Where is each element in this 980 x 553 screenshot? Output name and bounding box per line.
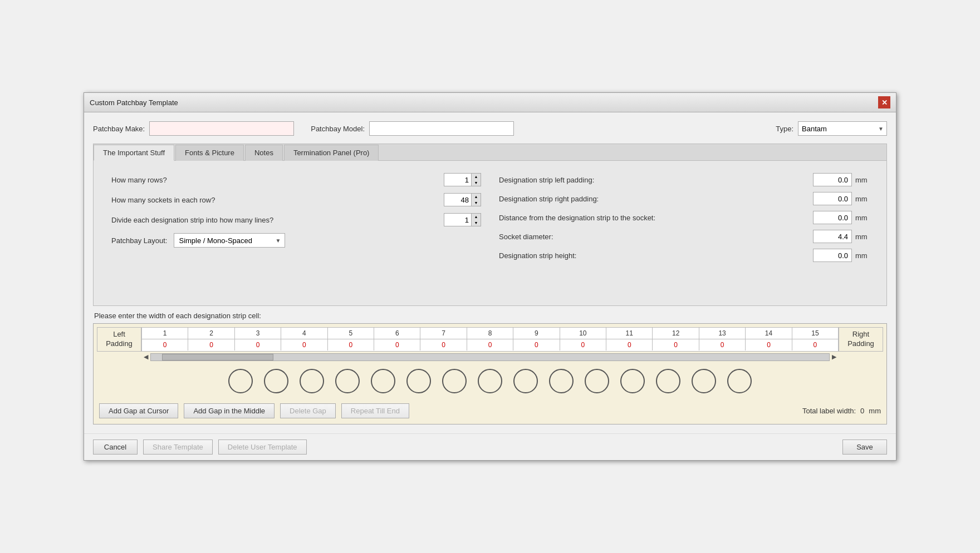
divide-spinner: ▲ ▼ bbox=[444, 213, 481, 226]
desg-left-input[interactable] bbox=[813, 173, 852, 186]
strip-height-unit: mm bbox=[855, 251, 869, 260]
desg-left-row: Designation strip left padding: mm bbox=[499, 173, 869, 186]
cell-val-1[interactable]: 0 bbox=[142, 339, 188, 350]
desg-left-unit: mm bbox=[855, 176, 869, 184]
scroll-right-arrow[interactable]: ▶ bbox=[830, 353, 839, 361]
strip-height-input[interactable] bbox=[813, 249, 852, 262]
rows-spinner: ▲ ▼ bbox=[444, 173, 481, 186]
save-button[interactable]: Save bbox=[842, 440, 887, 455]
total-label-group: Total label width: 0 mm bbox=[802, 407, 881, 415]
patchbay-model-input[interactable] bbox=[369, 121, 514, 136]
cells-numbers-row: 1 2 3 4 5 6 7 8 9 10 11 12 13 bbox=[142, 328, 838, 339]
tab-termination[interactable]: Termination Panel (Pro) bbox=[284, 145, 379, 161]
scroll-thumb[interactable] bbox=[162, 354, 273, 361]
patchbay-make-input[interactable] bbox=[149, 121, 294, 136]
divide-down-btn[interactable]: ▼ bbox=[472, 220, 481, 226]
cell-val-8[interactable]: 0 bbox=[467, 339, 513, 350]
sockets-input[interactable] bbox=[444, 193, 472, 206]
patchbay-make-label: Patchbay Make: bbox=[93, 125, 145, 133]
sockets-up-btn[interactable]: ▲ bbox=[472, 194, 481, 200]
type-group: Type: Bantam TT XLR bbox=[776, 121, 887, 136]
socket-15 bbox=[727, 369, 752, 393]
rows-up-btn[interactable]: ▲ bbox=[472, 174, 481, 180]
type-label: Type: bbox=[776, 125, 793, 133]
col-header-9: 9 bbox=[513, 328, 560, 339]
cell-val-13[interactable]: 0 bbox=[699, 339, 746, 350]
cell-val-11[interactable]: 0 bbox=[606, 339, 653, 350]
rows-spinner-btns: ▲ ▼ bbox=[472, 173, 481, 186]
cell-val-9[interactable]: 0 bbox=[513, 339, 560, 350]
cells-area: 1 2 3 4 5 6 7 8 9 10 11 12 13 bbox=[141, 327, 839, 352]
window-content: Patchbay Make: Patchbay Model: Type: Ban… bbox=[84, 112, 896, 433]
strip-height-row: Designation strip height: mm bbox=[499, 249, 869, 262]
col-header-14: 14 bbox=[746, 328, 792, 339]
scroll-left-arrow[interactable]: ◀ bbox=[141, 353, 150, 361]
cell-val-12[interactable]: 0 bbox=[653, 339, 699, 350]
socket-3 bbox=[300, 369, 324, 393]
cell-val-14[interactable]: 0 bbox=[746, 339, 792, 350]
distance-label: Distance from the designation strip to t… bbox=[499, 214, 813, 222]
socket-diam-label: Socket diameter: bbox=[499, 233, 813, 241]
divide-up-btn[interactable]: ▲ bbox=[472, 214, 481, 220]
cancel-button[interactable]: Cancel bbox=[93, 440, 138, 455]
share-template-button[interactable]: Share Template bbox=[143, 440, 213, 455]
form-grid: How many rows? ▲ ▼ How many sockets in e… bbox=[102, 170, 878, 271]
circles-row bbox=[141, 361, 839, 399]
tab-notes[interactable]: Notes bbox=[245, 145, 283, 161]
divide-spinner-btns: ▲ ▼ bbox=[472, 213, 481, 226]
sockets-spinner: ▲ ▼ bbox=[444, 193, 481, 206]
cell-val-10[interactable]: 0 bbox=[560, 339, 606, 350]
socket-diam-input[interactable] bbox=[813, 230, 852, 243]
desg-right-row: Designation strip right padding: mm bbox=[499, 192, 869, 205]
col-header-8: 8 bbox=[467, 328, 513, 339]
socket-diam-unit: mm bbox=[855, 233, 869, 241]
total-label: Total label width: bbox=[802, 407, 856, 415]
col-header-15: 15 bbox=[792, 328, 838, 339]
desg-right-input[interactable] bbox=[813, 192, 852, 205]
cell-val-3[interactable]: 0 bbox=[235, 339, 281, 350]
add-gap-cursor-button[interactable]: Add Gap at Cursor bbox=[99, 403, 178, 418]
desg-left-label: Designation strip left padding: bbox=[499, 176, 813, 184]
layout-row: Patchbay Layout: Simple / Mono-Spaced Cu… bbox=[111, 233, 481, 248]
desg-right-unit: mm bbox=[855, 195, 869, 203]
cell-val-6[interactable]: 0 bbox=[374, 339, 420, 350]
cell-val-2[interactable]: 0 bbox=[188, 339, 234, 350]
distance-input[interactable] bbox=[813, 211, 852, 224]
delete-gap-button[interactable]: Delete Gap bbox=[280, 403, 336, 418]
cell-val-4[interactable]: 0 bbox=[281, 339, 327, 350]
scroll-track[interactable] bbox=[150, 353, 830, 361]
window-title: Custom Patchbay Template bbox=[90, 98, 178, 107]
sockets-down-btn[interactable]: ▼ bbox=[472, 200, 481, 206]
bottom-section: Please enter the width of each designati… bbox=[93, 312, 887, 424]
close-button[interactable]: ✕ bbox=[878, 96, 890, 108]
rows-down-btn[interactable]: ▼ bbox=[472, 180, 481, 186]
socket-12 bbox=[620, 369, 645, 393]
distance-row: Distance from the designation strip to t… bbox=[499, 211, 869, 224]
delete-user-template-button[interactable]: Delete User Template bbox=[218, 440, 307, 455]
socket-11 bbox=[585, 369, 609, 393]
socket-5 bbox=[371, 369, 395, 393]
add-gap-middle-button[interactable]: Add Gap in the Middle bbox=[184, 403, 275, 418]
total-value: 0 bbox=[860, 407, 864, 415]
total-unit: mm bbox=[869, 407, 881, 415]
col-header-3: 3 bbox=[235, 328, 281, 339]
repeat-till-end-button[interactable]: Repeat Till End bbox=[341, 403, 409, 418]
rows-input[interactable] bbox=[444, 173, 472, 186]
col-header-4: 4 bbox=[281, 328, 327, 339]
tab-fonts-picture[interactable]: Fonts & Picture bbox=[175, 145, 244, 161]
cell-val-5[interactable]: 0 bbox=[328, 339, 374, 350]
patchbay-make-group: Patchbay Make: bbox=[93, 121, 294, 136]
col-header-10: 10 bbox=[560, 328, 606, 339]
divide-input[interactable] bbox=[444, 213, 472, 226]
top-row: Patchbay Make: Patchbay Model: Type: Ban… bbox=[93, 121, 887, 136]
tab-important-stuff[interactable]: The Important Stuff bbox=[94, 145, 174, 161]
type-select[interactable]: Bantam TT XLR bbox=[798, 121, 887, 136]
cell-val-15[interactable]: 0 bbox=[792, 339, 838, 350]
col-header-7: 7 bbox=[420, 328, 467, 339]
cell-val-7[interactable]: 0 bbox=[420, 339, 467, 350]
col-header-2: 2 bbox=[188, 328, 234, 339]
right-col: Designation strip left padding: mm Desig… bbox=[490, 170, 878, 271]
left-padding-label: LeftPadding bbox=[97, 327, 141, 352]
layout-select[interactable]: Simple / Mono-Spaced Custom bbox=[174, 233, 285, 248]
socket-8 bbox=[478, 369, 502, 393]
